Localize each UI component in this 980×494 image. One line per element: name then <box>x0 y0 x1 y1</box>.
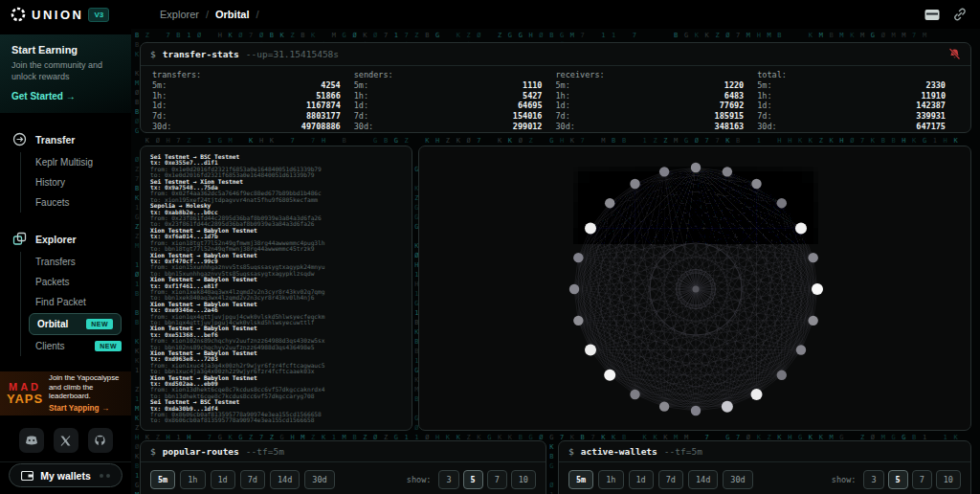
orbital-chain-node-16[interactable] <box>585 345 596 356</box>
union-logo[interactable]: UNION V3 <box>0 6 131 23</box>
orbital-chain-node-2[interactable] <box>751 179 761 189</box>
get-started-link[interactable]: Get Started → <box>11 91 120 101</box>
transaction-entry[interactable]: Sei Testnet → BSC Testnettx: 0xe355e7...… <box>150 154 402 179</box>
sidebar-item-transfers[interactable]: Transfers <box>21 252 131 272</box>
stats-timeframe: 7d: <box>556 111 570 122</box>
breadcrumb-separator: / <box>206 9 209 20</box>
wallets-timeframe-1d[interactable]: 1d <box>629 470 654 489</box>
x-twitter-button[interactable] <box>54 428 78 453</box>
routes-show-7[interactable]: 7 <box>487 470 507 489</box>
orbital-chain-node-22[interactable] <box>630 179 639 189</box>
sidebar-item-history[interactable]: History <box>21 172 131 192</box>
orbital-chain-node-11[interactable] <box>722 401 733 413</box>
sidebar-item-packets[interactable]: Packets <box>21 272 131 292</box>
stats-row: 1h:11910 <box>757 91 946 101</box>
orbital-chain-node-0[interactable] <box>691 163 701 172</box>
orbital-chain-node-12[interactable] <box>691 406 701 415</box>
stats-timeframe: 30d: <box>152 122 171 132</box>
routes-timeframe-5m[interactable]: 5m <box>150 470 175 489</box>
stats-value: 6483 <box>724 91 744 101</box>
routes-show-10[interactable]: 10 <box>511 470 536 489</box>
transaction-entry[interactable]: Xion Testnet → Babylon Testnettx: 0xe934… <box>150 302 402 326</box>
orbital-chain-node-15[interactable] <box>604 370 615 381</box>
my-wallets-button[interactable]: My wallets <box>9 463 122 487</box>
orbital-chain-node-6[interactable] <box>812 283 823 295</box>
link-icon[interactable] <box>953 8 967 21</box>
github-button[interactable] <box>88 428 113 453</box>
routes-timeframe-1d[interactable]: 1d <box>211 470 235 489</box>
transaction-entry[interactable]: Sei Testnet → BSC Testnettx: 0xda30b9...… <box>150 399 402 424</box>
sidebar-item-find-packet[interactable]: Find Packet <box>21 292 131 312</box>
routes-timeframe-1h[interactable]: 1h <box>180 470 205 489</box>
orbital-chain-node-8[interactable] <box>796 345 806 354</box>
wallets-timeframe-5m[interactable]: 5m <box>568 470 593 489</box>
nav-section-header-transfer[interactable]: Transfer <box>0 126 131 152</box>
stats-row: 1h:51866 <box>152 91 341 101</box>
orbital-chain-node-5[interactable] <box>808 253 817 262</box>
wallets-timeframe-30d[interactable]: 30d <box>723 470 752 489</box>
orbital-chain-node-1[interactable] <box>723 167 732 176</box>
routes-timeframe-7d[interactable]: 7d <box>240 470 265 489</box>
breadcrumb-explorer[interactable]: Explorer <box>160 9 199 20</box>
orbital-chain-node-10[interactable] <box>751 389 763 400</box>
wallet-icon[interactable] <box>924 9 940 21</box>
transaction-entry[interactable]: Xion Testnet → Babylon Testnettx: 0xd963… <box>150 350 402 375</box>
transaction-entry[interactable]: Xion Testnet → Babylon Testnettx: 0xf6a0… <box>150 228 402 253</box>
github-icon <box>94 435 106 447</box>
sidebar-item-keplr-multisig[interactable]: Keplr Multisig <box>21 152 131 172</box>
mad-yaps-banner[interactable]: MAD YAPS Join the Yapocalypse and climb … <box>0 371 131 415</box>
explorer-icon <box>12 232 27 246</box>
start-yapping-link[interactable]: Start Yapping → <box>49 404 124 414</box>
transaction-entry[interactable]: Sepolia → Holeskytx: 0xab8b2e...b0ccfrom… <box>150 203 402 228</box>
stats-group-total: total:5m:23301h:119101d:1423877d:3399313… <box>757 70 959 132</box>
orbital-chain-node-18[interactable] <box>569 284 579 294</box>
routes-timeframe-14d[interactable]: 14d <box>270 470 300 489</box>
orbital-chain-node-13[interactable] <box>659 401 669 411</box>
transaction-entry[interactable]: Xion Testnet → Babylon Testnettx: 0xf1f4… <box>150 277 402 302</box>
breadcrumb-separator: / <box>256 9 258 20</box>
promo-subtitle: Join the community and unlock rewards <box>11 60 120 82</box>
wallets-timeframe-7d[interactable]: 7d <box>658 470 683 489</box>
sidebar-item-orbital[interactable]: OrbitalNEW <box>29 313 122 335</box>
orbital-chain-node-17[interactable] <box>573 316 583 326</box>
sidebar-item-clients[interactable]: ClientsNEW <box>21 336 131 356</box>
discord-button[interactable] <box>19 428 44 453</box>
routes-show-5[interactable]: 5 <box>463 470 483 489</box>
orbital-chain-node-21[interactable] <box>605 198 614 208</box>
wallets-show-7[interactable]: 7 <box>912 470 932 489</box>
stats-timeframe: 1d: <box>556 101 570 111</box>
stats-row: 1h:6483 <box>556 91 745 101</box>
routes-show-3[interactable]: 3 <box>438 470 458 489</box>
transaction-entry[interactable]: Sei Testnet → Xion Testnettx: 0x9a7548..… <box>150 179 402 204</box>
wallets-show-3[interactable]: 3 <box>863 470 883 489</box>
sidebar-nav: TransferKeplr MultisigHistoryFaucetsExpl… <box>0 126 131 356</box>
transactions-list[interactable]: Sei Testnet → BSC Testnettx: 0xe355e7...… <box>141 146 412 431</box>
tx-to-address: to: 0x8606cb0af813595778a90974e3ea155cd1… <box>150 417 402 423</box>
stats-value: 8803177 <box>306 111 341 122</box>
orbital-chain-node-19[interactable] <box>573 253 583 262</box>
orbital-graph-panel[interactable] <box>418 146 971 431</box>
notifications-muted-icon[interactable] <box>948 48 961 60</box>
wallets-timeframe-14d[interactable]: 14d <box>688 470 718 489</box>
transaction-entry[interactable]: Xion Testnet → Babylon Testnettx: 0xe513… <box>150 326 402 350</box>
wallets-timeframe-1h[interactable]: 1h <box>598 470 623 489</box>
orbital-chain-node-4[interactable] <box>795 223 807 235</box>
orbital-network-graph[interactable] <box>419 146 970 430</box>
wallets-show-10[interactable]: 10 <box>936 470 961 489</box>
wallets-show-5[interactable]: 5 <box>888 470 908 489</box>
transaction-entry[interactable]: Xion Testnet → Babylon Testnettx: 0xd502… <box>150 375 402 400</box>
orbital-chain-node-3[interactable] <box>777 198 787 208</box>
orbital-chain-node-14[interactable] <box>630 390 639 399</box>
orbital-hub-node[interactable] <box>693 286 700 293</box>
orbital-chain-node-7[interactable] <box>808 316 817 326</box>
stats-timeframe: 30d: <box>556 122 575 132</box>
stats-row: 5m:2330 <box>757 80 946 91</box>
orbital-chain-node-9[interactable] <box>777 370 787 380</box>
breadcrumb-orbital[interactable]: Orbital <box>215 9 249 20</box>
routes-timeframe-30d[interactable]: 30d <box>304 470 334 489</box>
orbital-chain-node-20[interactable] <box>585 223 596 235</box>
sidebar-item-faucets[interactable]: Faucets <box>21 192 131 213</box>
transaction-entry[interactable]: Xion Testnet → Babylon Testnettx: 0xf470… <box>150 253 402 278</box>
nav-section-header-explorer[interactable]: Explorer <box>0 226 131 252</box>
orbital-chain-node-23[interactable] <box>659 167 669 176</box>
